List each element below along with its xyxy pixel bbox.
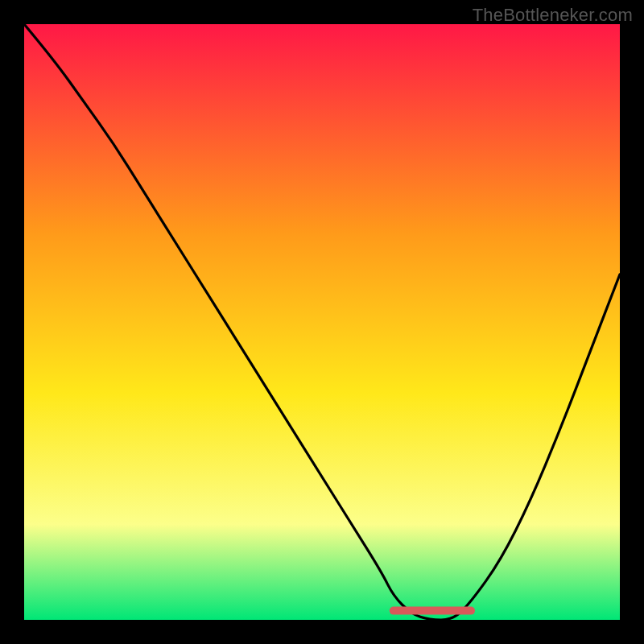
chart-plot-area: [24, 24, 620, 620]
watermark-text: TheBottleneker.com: [473, 5, 633, 26]
chart-curve-layer: [24, 24, 620, 620]
bottleneck-curve: [24, 24, 620, 620]
